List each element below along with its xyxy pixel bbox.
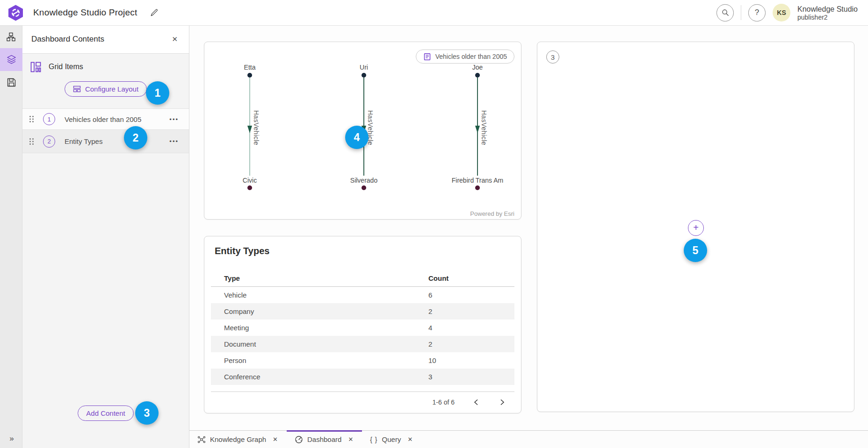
tab-knowledge-graph[interactable]: Knowledge Graph ✕ [189,431,287,448]
header-actions: ? KS Knowledge Studio publisher2 [716,4,868,21]
add-content-button[interactable]: Add Content [78,405,133,421]
table-body: Vehicle 6 Company 2 Meeting 4 Document 2 [211,287,514,385]
graph-node-person[interactable] [247,73,252,78]
rail-item-dashboard-contents[interactable] [0,48,22,71]
item-label: Vehicles older than 2005 [65,115,166,123]
empty-grid-cell-card: 3 + [537,42,854,412]
drag-handle[interactable] [28,136,35,147]
item-number-badge: 2 [43,135,55,148]
question-mark-icon: ? [755,8,759,17]
tutorial-step-badge: 4 [345,126,369,149]
cell-count: 4 [428,324,514,332]
double-chevron-right-icon: » [9,434,13,443]
close-tab-button[interactable]: ✕ [347,435,354,444]
cell-type: Document [211,340,428,348]
cell-count: 2 [428,340,514,348]
add-content-label: Add Content [86,409,125,417]
edge-arrowhead-icon [475,126,480,133]
list-item-vehicles[interactable]: 1 Vehicles older than 2005 ••• [22,108,189,129]
graph-node-vehicle[interactable] [362,185,366,190]
pencil-icon [150,8,159,17]
grid-item-list: 1 Vehicles older than 2005 ••• 2 [22,108,189,153]
search-button[interactable] [716,4,734,21]
esri-attribution: Powered by Esri [468,209,517,218]
grid-cell-number-badge: 3 [546,50,559,64]
item-number: 1 [47,116,51,123]
dashboard-gauge-icon [295,435,303,444]
list-item-entity-types[interactable]: 2 Entity Types ••• [22,129,189,153]
edge-label: HasVehicle [253,110,260,145]
graph-edge-column: Joe HasVehicle Firebird Trans Am [426,64,529,190]
header-divider [741,5,741,20]
graph-edge-line: HasVehicle [363,78,364,176]
next-page-button[interactable] [498,397,507,407]
layout-icon [73,85,81,93]
item-number: 2 [47,138,51,145]
chip-label: Vehicles older than 2005 [435,53,507,60]
user-avatar[interactable]: KS [773,4,790,21]
node-label: Firebird Trans Am [452,177,503,184]
cell-count: 3 [428,373,514,381]
rail-item-data-model[interactable] [0,25,22,48]
graph-node-person[interactable] [475,73,480,78]
panel-close-button[interactable]: ✕ [170,33,180,45]
cell-type: Person [211,356,428,364]
configure-layout-button[interactable]: Configure Layout [65,81,147,97]
close-tab-button[interactable]: ✕ [406,435,413,444]
rail-item-save[interactable] [0,71,22,94]
tab-dashboard[interactable]: Dashboard ✕ [287,431,362,448]
node-label: Uri [360,64,368,71]
tutorial-step-badge: 5 [684,239,707,262]
close-icon: ✕ [348,436,353,443]
table-row: Vehicle 6 [211,287,514,303]
expand-rail-button[interactable]: » [0,434,22,443]
graph-edge-column: Uri HasVehicle Silverado [312,64,415,190]
braces-icon: { } [370,436,377,443]
cell-type: Conference [211,373,428,381]
item-options-button[interactable]: ••• [166,115,181,123]
cell-count: 10 [428,356,514,364]
table-title: Entity Types [204,236,521,256]
tutorial-step-badge: 2 [124,126,147,149]
chevron-left-icon [473,399,479,405]
ellipsis-icon: ••• [169,116,179,123]
graph-filter-chip[interactable]: Vehicles older than 2005 [416,50,514,64]
node-label: Silverado [350,177,377,184]
cell-type: Vehicle [211,291,428,299]
table-row: Document 2 [211,336,514,352]
graph-node-vehicle[interactable] [475,185,480,190]
data-model-icon [7,32,16,42]
ellipsis-icon: ••• [169,138,179,145]
cell-count: 6 [428,291,514,299]
user-name: Knowledge Studio [797,5,858,14]
drag-handle[interactable] [28,114,35,125]
edit-title-button[interactable] [148,7,160,19]
entity-types-table: Type Count Vehicle 6 Company 2 Meeting 4 [211,270,514,412]
tab-query[interactable]: { } Query ✕ [362,431,421,448]
item-number-badge: 1 [43,113,55,125]
close-tab-button[interactable]: ✕ [272,435,279,444]
item-options-button[interactable]: ••• [166,137,181,145]
grid-cell-number: 3 [551,53,555,61]
user-info: Knowledge Studio publisher2 [797,4,858,21]
graph-node-vehicle[interactable] [247,185,252,190]
add-widget-button[interactable]: + [688,220,704,236]
close-icon: ✕ [172,35,178,43]
pagination-range: 1-6 of 6 [433,398,455,406]
drag-dots-icon [29,138,34,145]
tutorial-step-badge: 3 [135,401,159,425]
previous-page-button[interactable] [471,397,481,407]
grid-items-label: Grid Items [49,63,83,71]
dashboard-canvas: Vehicles older than 2005 Etta HasVehicle… [189,25,868,430]
user-role: publisher2 [797,14,858,21]
column-header-count: Count [428,274,514,282]
chevron-right-icon [499,399,505,405]
tutorial-step-badge: 1 [146,81,169,105]
help-button[interactable]: ? [748,4,766,21]
knowledge-studio-logo-icon [7,4,24,21]
search-icon [722,9,729,16]
edge-label: HasVehicle [480,110,488,145]
graph-node-person[interactable] [362,73,366,78]
panel-header: Dashboard Contents ✕ [22,25,189,54]
cell-count: 2 [428,307,514,315]
